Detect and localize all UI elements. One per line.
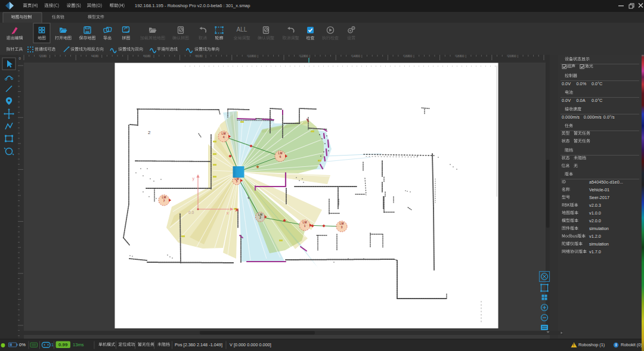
svg-text:18000: 18000 — [456, 54, 465, 58]
svg-text:2000: 2000 — [40, 54, 47, 58]
svg-text:6000: 6000 — [144, 54, 150, 58]
svg-text:Seer-2017: Seer-2017 — [589, 195, 609, 200]
svg-text:v2.0.0: v2.0.0 — [589, 218, 601, 223]
svg-text:V [0.000 0.000 0.000]: V [0.000 0.000 0.000] — [230, 342, 271, 347]
svg-text:a540450c-d1e0...: a540450c-d1e0... — [589, 179, 623, 185]
svg-text:LM: LM — [222, 132, 226, 135]
svg-text:Roboshop (1): Roboshop (1) — [578, 342, 605, 347]
svg-text:0.0A: 0.0A — [577, 98, 586, 103]
svg-text:4: 4 — [223, 136, 225, 139]
svg-text:Robokit (0): Robokit (0) — [621, 342, 642, 347]
svg-text:1: 1 — [304, 225, 306, 228]
svg-text:0.0V: 0.0V — [562, 81, 571, 86]
svg-text:0.0°C: 0.0°C — [592, 81, 602, 86]
svg-text:0.0°C: 0.0°C — [592, 98, 602, 103]
svg-text:0.000m/s: 0.000m/s — [584, 114, 602, 120]
svg-text:1: 1 — [51, 343, 54, 347]
svg-text:2: 2 — [148, 130, 151, 135]
svg-text:0.0: 0.0 — [188, 210, 194, 215]
svg-text:LM: LM — [278, 152, 283, 155]
svg-text:ALL: ALL — [237, 26, 247, 33]
svg-text:0.000m/s: 0.000m/s — [562, 114, 580, 120]
svg-text:0.0V: 0.0V — [562, 98, 571, 103]
svg-text:v1.2.0: v1.2.0 — [589, 234, 601, 239]
svg-text:simulation: simulation — [589, 226, 609, 231]
svg-text:13ms: 13ms — [73, 342, 84, 347]
svg-text:16000: 16000 — [404, 54, 412, 58]
svg-text:5: 5 — [236, 180, 238, 183]
svg-text:v2.0.3: v2.0.3 — [589, 203, 601, 208]
svg-text:simulation: simulation — [589, 241, 609, 247]
svg-text:0.0°/s: 0.0°/s — [603, 114, 615, 120]
svg-text:4000: 4000 — [92, 54, 98, 58]
svg-text:6: 6 — [280, 156, 281, 159]
svg-text:12000: 12000 — [300, 54, 308, 58]
svg-text:!: ! — [573, 343, 574, 347]
svg-text:2: 2 — [259, 216, 261, 219]
svg-text:y: y — [193, 176, 195, 181]
svg-text:v1.0.0: v1.0.0 — [589, 210, 601, 216]
svg-text:LM: LM — [258, 213, 262, 216]
svg-text:Pos [2.360 2.148 -1.049]: Pos [2.360 2.148 -1.049] — [175, 342, 222, 347]
svg-text:x: x — [227, 211, 229, 215]
svg-text:v1.7.0: v1.7.0 — [589, 249, 601, 254]
svg-text:LM: LM — [340, 222, 344, 225]
svg-text:3: 3 — [341, 226, 343, 229]
svg-text:LM: LM — [162, 196, 166, 199]
svg-text:10000: 10000 — [248, 54, 256, 58]
svg-text:7: 7 — [163, 200, 165, 203]
svg-text:20000: 20000 — [508, 54, 516, 58]
svg-text:14000: 14000 — [352, 54, 360, 58]
svg-text:0.99: 0.99 — [58, 342, 68, 347]
svg-text:192.168.1.195 - Roboshop Pro v: 192.168.1.195 - Roboshop Pro v2.0.0-beta… — [135, 3, 250, 8]
svg-text:i: i — [615, 342, 617, 347]
svg-text:0.0%: 0.0% — [577, 81, 587, 86]
svg-text:0%: 0% — [19, 342, 26, 347]
svg-text:Vehicle-01: Vehicle-01 — [589, 187, 609, 192]
svg-text:8000: 8000 — [196, 54, 203, 58]
svg-text:LM: LM — [303, 221, 307, 224]
